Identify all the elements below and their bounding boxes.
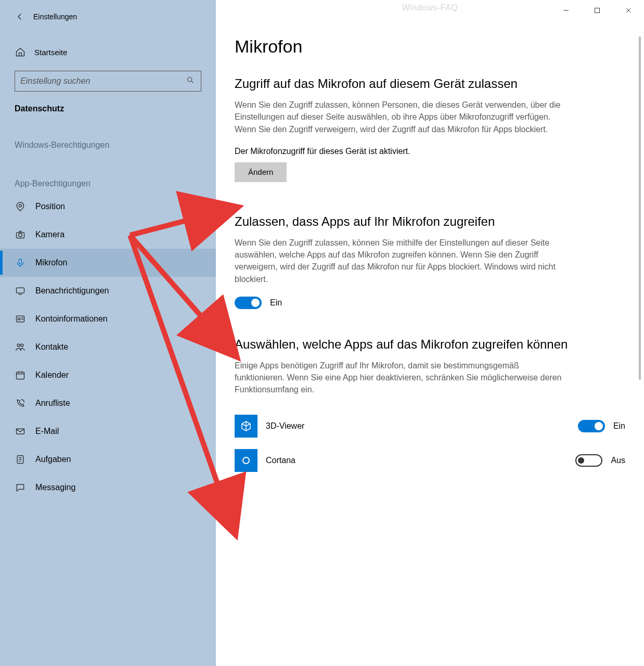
- apps-mic-toggle[interactable]: [235, 297, 262, 309]
- sidebar-item-label: Position: [35, 202, 65, 211]
- sidebar-item-label: Startseite: [34, 48, 67, 57]
- app-icon-3d-viewer: [235, 415, 257, 438]
- sidebar-item-email[interactable]: E-Mail: [0, 417, 216, 445]
- app-name: Cortana: [266, 456, 567, 465]
- toggle-label: Ein: [270, 298, 282, 308]
- calendar-icon: [15, 369, 26, 381]
- sidebar-item-label: Kalender: [35, 370, 69, 380]
- window-close-button[interactable]: [613, 0, 644, 21]
- location-icon: [15, 201, 26, 212]
- mic-access-status: Der Mikrofonzugriff für dieses Gerät ist…: [235, 147, 625, 156]
- search-input[interactable]: [20, 76, 186, 86]
- sidebar-section-windows-perms: Windows-Berechtigungen: [0, 116, 216, 154]
- sidebar-item-kalender[interactable]: Kalender: [0, 361, 216, 389]
- svg-point-3: [19, 234, 22, 237]
- section-title-choose-apps: Auswählen, welche Apps auf das Mikrofon …: [235, 336, 625, 352]
- watermark-text: Windows-FAQ: [402, 3, 458, 12]
- app-toggle-cortana[interactable]: [575, 454, 602, 467]
- sidebar-item-label: E-Mail: [35, 427, 59, 436]
- svg-point-7: [18, 318, 20, 320]
- sidebar-item-label: Aufgaben: [35, 455, 71, 464]
- sidebar-item-label: Mikrofon: [35, 258, 67, 267]
- app-row-cortana: Cortana Aus: [235, 443, 625, 478]
- sidebar-item-home[interactable]: Startseite: [0, 36, 216, 68]
- toggle-label: Ein: [613, 421, 625, 431]
- sidebar-item-benachrichtigungen[interactable]: Benachrichtigungen: [0, 277, 216, 305]
- home-icon: [15, 46, 26, 58]
- email-icon: [15, 426, 26, 437]
- sidebar-item-label: Kontakte: [35, 342, 68, 352]
- section-title-apps-access: Zulassen, dass Apps auf Ihr Mikrofon zug…: [235, 213, 625, 229]
- sidebar-item-kamera[interactable]: Kamera: [0, 221, 216, 249]
- app-name: 3D-Viewer: [266, 421, 570, 431]
- sidebar-item-label: Benachrichtigungen: [35, 286, 109, 296]
- svg-point-8: [17, 344, 20, 347]
- contacts-icon: [15, 341, 26, 353]
- sidebar-item-kontoinformationen[interactable]: Kontoinformationen: [0, 305, 216, 333]
- camera-icon: [15, 229, 26, 240]
- svg-rect-5: [17, 288, 24, 293]
- section-desc-device-access: Wenn Sie den Zugriff zulassen, können Pe…: [235, 99, 568, 135]
- svg-point-14: [243, 457, 249, 464]
- sidebar-item-kontakte[interactable]: Kontakte: [0, 333, 216, 361]
- sidebar-category: Datenschutz: [0, 92, 216, 116]
- notifications-icon: [15, 285, 26, 297]
- svg-rect-4: [19, 259, 22, 264]
- sidebar-item-label: Anrufliste: [35, 399, 70, 408]
- svg-point-1: [19, 204, 22, 207]
- search-box[interactable]: [15, 71, 201, 92]
- sidebar-item-label: Messaging: [35, 483, 75, 492]
- svg-rect-11: [17, 429, 24, 434]
- change-button[interactable]: Ändern: [235, 162, 287, 182]
- call-history-icon: [15, 398, 26, 409]
- account-icon: [15, 313, 26, 325]
- app-title: Einstellungen: [33, 12, 77, 21]
- sidebar-item-position[interactable]: Position: [0, 193, 216, 221]
- sidebar-section-app-perms: App-Berechtigungen: [0, 154, 216, 193]
- sidebar-item-mikrofon[interactable]: Mikrofon: [0, 249, 216, 277]
- app-icon-cortana: [235, 449, 257, 472]
- section-desc-apps-access: Wenn Sie den Zugriff zulassen, können Si…: [235, 237, 568, 285]
- sidebar-item-label: Kontoinformationen: [35, 314, 108, 324]
- window-maximize-button[interactable]: [582, 0, 613, 21]
- svg-point-0: [188, 78, 192, 82]
- sidebar-item-anrufliste[interactable]: Anrufliste: [0, 389, 216, 417]
- microphone-icon: [15, 257, 26, 268]
- sidebar: Einstellungen Startseite Datenschutz Win…: [0, 0, 216, 666]
- content-pane: Windows-FAQ Mikrofon Zugriff auf das Mik…: [216, 0, 644, 666]
- sidebar-item-label: Kamera: [35, 230, 65, 239]
- section-title-device-access: Zugriff auf das Mikrofon auf diesem Gerä…: [235, 75, 625, 92]
- page-title: Mikrofon: [235, 36, 625, 57]
- scrollbar[interactable]: [639, 36, 641, 380]
- app-row-3d-viewer: 3D-Viewer Ein: [235, 409, 625, 443]
- app-toggle-3d-viewer[interactable]: [578, 420, 605, 432]
- search-icon: [186, 76, 196, 86]
- back-button[interactable]: [9, 6, 30, 27]
- sidebar-item-aufgaben[interactable]: Aufgaben: [0, 445, 216, 473]
- svg-rect-10: [17, 372, 24, 379]
- window-minimize-button[interactable]: [550, 0, 582, 21]
- svg-rect-13: [595, 8, 600, 13]
- toggle-label: Aus: [611, 456, 625, 465]
- sidebar-item-messaging[interactable]: Messaging: [0, 473, 216, 502]
- section-desc-choose-apps: Einige Apps benötigen Zugriff auf Ihr Mi…: [235, 360, 568, 396]
- svg-point-9: [21, 344, 23, 347]
- tasks-icon: [15, 454, 26, 465]
- messaging-icon: [15, 482, 26, 493]
